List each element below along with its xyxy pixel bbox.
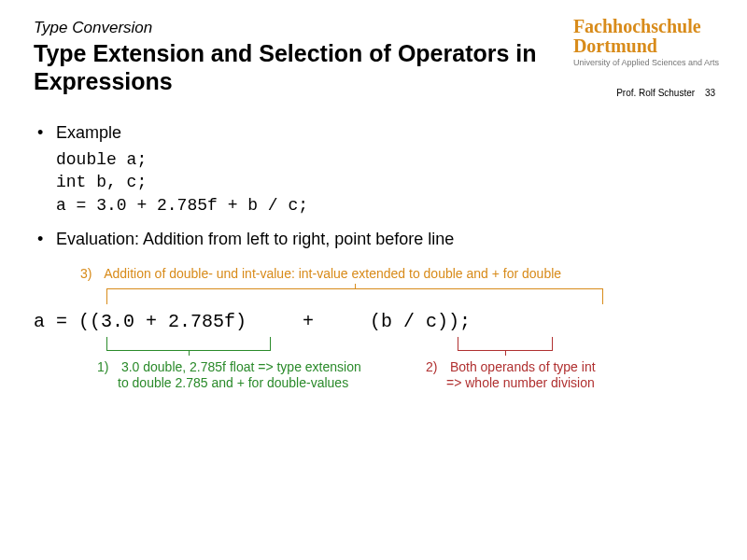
annotation-3: 3) Addition of double- und int-value: in…	[80, 266, 561, 281]
annotation-2-line1: Both operands of type int	[450, 359, 596, 374]
bracket-left	[106, 337, 271, 351]
bullet-evaluation-label: Evaluation: Addition from left to right,…	[56, 230, 454, 248]
annotation-1-number: 1)	[97, 359, 118, 376]
annotation-3-text: Addition of double- und int-value: int-v…	[104, 266, 561, 281]
expression-line: a = ((3.0 + 2.785f) + (b / c));	[34, 311, 471, 332]
code-line-3: a = 3.0 + 2.785f + b / c;	[56, 194, 713, 217]
annotation-1-line2: to double 2.785 and + for double-values	[118, 375, 348, 390]
code-line-1: double a;	[56, 148, 713, 171]
bullet-example-label: Example	[56, 123, 121, 142]
slide: Fachhochschule Dortmund University of Ap…	[0, 0, 747, 560]
bracket-right	[458, 337, 553, 351]
annotation-diagram: 3) Addition of double- und int-value: in…	[34, 266, 713, 471]
slide-header: Type Conversion Type Extension and Selec…	[34, 19, 713, 95]
annotation-2-line2: => whole number division	[446, 375, 595, 390]
slide-title: Type Extension and Selection of Operator…	[34, 39, 538, 95]
bracket-top	[106, 288, 603, 304]
annotation-3-number: 3)	[80, 266, 101, 281]
code-block: double a; int b, c; a = 3.0 + 2.785f + b…	[56, 148, 713, 217]
slide-body: Example double a; int b, c; a = 3.0 + 2.…	[34, 123, 713, 249]
bullet-example: Example double a; int b, c; a = 3.0 + 2.…	[34, 123, 713, 217]
slide-pretitle: Type Conversion	[34, 19, 713, 37]
annotation-2-number: 2)	[426, 359, 446, 376]
bullet-evaluation: Evaluation: Addition from left to right,…	[34, 230, 713, 249]
annotation-1: 1) 3.0 double, 2.785f float => type exte…	[97, 359, 361, 392]
annotation-1-line1: 3.0 double, 2.785f float => type extensi…	[121, 359, 361, 374]
annotation-2: 2) Both operands of type int => whole nu…	[426, 359, 596, 392]
code-line-2: int b, c;	[56, 171, 713, 193]
